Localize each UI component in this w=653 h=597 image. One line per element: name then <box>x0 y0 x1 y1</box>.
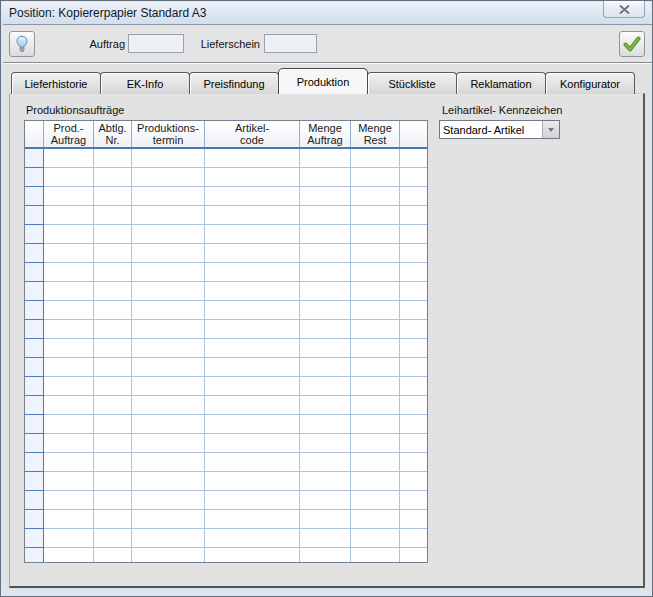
tab-produktion[interactable]: Produktion <box>278 68 368 94</box>
table-row[interactable] <box>25 434 427 453</box>
table-cell[interactable] <box>132 282 205 301</box>
table-cell[interactable] <box>351 244 400 263</box>
row-header-cell[interactable] <box>25 548 44 562</box>
table-cell[interactable] <box>132 510 205 529</box>
table-cell[interactable] <box>44 415 94 434</box>
table-cell[interactable] <box>300 472 351 491</box>
table-cell[interactable] <box>132 149 205 168</box>
table-cell[interactable] <box>400 263 427 282</box>
table-row[interactable] <box>25 415 427 434</box>
table-cell[interactable] <box>94 396 132 415</box>
row-header-cell[interactable] <box>25 263 44 282</box>
table-cell[interactable] <box>44 510 94 529</box>
tab-ek-info[interactable]: EK-Info <box>100 72 190 94</box>
table-row[interactable] <box>25 491 427 510</box>
table-cell[interactable] <box>400 396 427 415</box>
row-header-cell[interactable] <box>25 491 44 510</box>
table-cell[interactable] <box>44 168 94 187</box>
table-cell[interactable] <box>132 415 205 434</box>
table-cell[interactable] <box>300 415 351 434</box>
table-cell[interactable] <box>300 396 351 415</box>
table-cell[interactable] <box>44 282 94 301</box>
table-cell[interactable] <box>132 339 205 358</box>
lieferschein-input[interactable] <box>264 34 317 53</box>
table-cell[interactable] <box>400 358 427 377</box>
row-header-cell[interactable] <box>25 168 44 187</box>
table-cell[interactable] <box>44 339 94 358</box>
table-cell[interactable] <box>351 491 400 510</box>
row-header-cell[interactable] <box>25 225 44 244</box>
table-row[interactable] <box>25 472 427 491</box>
table-cell[interactable] <box>300 320 351 339</box>
table-cell[interactable] <box>132 187 205 206</box>
auftrag-input[interactable] <box>128 34 184 53</box>
table-cell[interactable] <box>400 510 427 529</box>
table-cell[interactable] <box>300 510 351 529</box>
table-row[interactable] <box>25 168 427 187</box>
table-cell[interactable] <box>94 244 132 263</box>
table-row[interactable] <box>25 358 427 377</box>
table-row[interactable] <box>25 548 427 562</box>
table-cell[interactable] <box>94 187 132 206</box>
table-cell[interactable] <box>132 434 205 453</box>
table-row[interactable] <box>25 339 427 358</box>
table-row[interactable] <box>25 453 427 472</box>
table-cell[interactable] <box>94 282 132 301</box>
row-header-cell[interactable] <box>25 453 44 472</box>
table-row[interactable] <box>25 244 427 263</box>
table-cell[interactable] <box>400 415 427 434</box>
table-cell[interactable] <box>44 548 94 562</box>
table-cell[interactable] <box>205 225 300 244</box>
hint-button[interactable] <box>9 31 35 57</box>
table-cell[interactable] <box>300 358 351 377</box>
leihartikel-dropdown[interactable]: Standard- Artikel <box>439 120 560 139</box>
table-cell[interactable] <box>351 434 400 453</box>
table-cell[interactable] <box>300 282 351 301</box>
table-cell[interactable] <box>351 529 400 548</box>
table-cell[interactable] <box>351 377 400 396</box>
table-cell[interactable] <box>44 396 94 415</box>
table-cell[interactable] <box>400 244 427 263</box>
table-row[interactable] <box>25 320 427 339</box>
table-cell[interactable] <box>94 377 132 396</box>
table-row[interactable] <box>25 282 427 301</box>
table-cell[interactable] <box>300 263 351 282</box>
column-header-abtlg-nr[interactable]: Abtlg. Nr. <box>94 121 132 147</box>
close-button[interactable] <box>603 1 645 18</box>
table-cell[interactable] <box>300 339 351 358</box>
table-cell[interactable] <box>44 529 94 548</box>
table-cell[interactable] <box>94 510 132 529</box>
table-cell[interactable] <box>44 434 94 453</box>
table-cell[interactable] <box>351 453 400 472</box>
table-cell[interactable] <box>400 320 427 339</box>
table-cell[interactable] <box>94 434 132 453</box>
row-header-cell[interactable] <box>25 320 44 339</box>
table-cell[interactable] <box>351 187 400 206</box>
table-cell[interactable] <box>400 548 427 562</box>
table-cell[interactable] <box>132 320 205 339</box>
table-cell[interactable] <box>94 225 132 244</box>
table-cell[interactable] <box>300 244 351 263</box>
table-cell[interactable] <box>44 472 94 491</box>
table-cell[interactable] <box>205 149 300 168</box>
table-cell[interactable] <box>44 149 94 168</box>
table-cell[interactable] <box>132 263 205 282</box>
table-row[interactable] <box>25 377 427 396</box>
table-cell[interactable] <box>400 282 427 301</box>
table-cell[interactable] <box>300 301 351 320</box>
row-header-cell[interactable] <box>25 415 44 434</box>
table-row[interactable] <box>25 263 427 282</box>
table-cell[interactable] <box>205 510 300 529</box>
table-cell[interactable] <box>44 301 94 320</box>
table-cell[interactable] <box>351 396 400 415</box>
table-cell[interactable] <box>400 434 427 453</box>
table-row[interactable] <box>25 225 427 244</box>
table-cell[interactable] <box>351 339 400 358</box>
row-header-cell[interactable] <box>25 282 44 301</box>
table-cell[interactable] <box>44 377 94 396</box>
column-header-menge-rest[interactable]: Menge Rest <box>351 121 400 147</box>
table-cell[interactable] <box>94 206 132 225</box>
row-header-cell[interactable] <box>25 434 44 453</box>
row-header-cell[interactable] <box>25 377 44 396</box>
dropdown-arrow-button[interactable] <box>542 121 559 138</box>
